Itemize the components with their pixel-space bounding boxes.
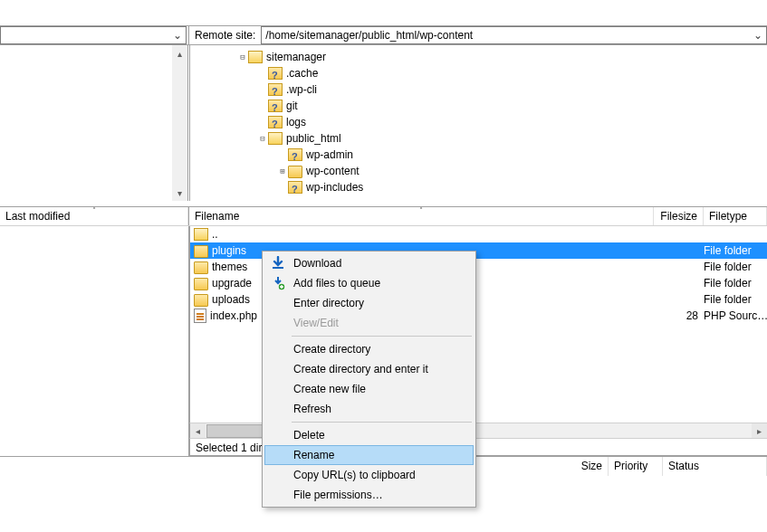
php-icon <box>194 309 206 323</box>
menu-separator <box>292 422 472 423</box>
tree-item[interactable]: logs <box>194 114 767 130</box>
menu-separator <box>292 336 472 337</box>
folder-open-icon <box>268 132 283 145</box>
menu-enter-directory[interactable]: Enter directory <box>264 293 474 313</box>
tree-item-label: public_html <box>286 130 341 147</box>
collapse-icon[interactable]: ⊟ <box>237 49 248 65</box>
tree-item-label: wp-admin <box>306 147 353 163</box>
remote-directory-tree[interactable]: ⊟sitemanager.cache.wp-cligitlogs⊟public_… <box>190 45 767 195</box>
local-tree-scrollbar[interactable]: ▴ ▾ <box>172 45 188 201</box>
scroll-right-icon[interactable]: ▸ <box>752 423 767 439</box>
tree-item-label: .wp-cli <box>286 81 317 98</box>
tree-item-label: logs <box>286 114 306 130</box>
list-column-headers: Last modified ˄ Filename ˄ Filesize File… <box>0 206 767 226</box>
sort-asc-icon: ˄ <box>92 206 96 214</box>
file-name: .. <box>212 228 654 241</box>
folder-icon <box>194 245 208 258</box>
folder-open-icon <box>194 228 208 241</box>
queue-col-status[interactable]: Status <box>663 457 767 476</box>
tree-item[interactable]: wp-admin <box>194 147 767 163</box>
menu-add-to-queue[interactable]: Add files to queue <box>264 273 474 293</box>
folder-q-icon <box>268 100 283 112</box>
scroll-left-icon[interactable]: ◂ <box>190 423 206 439</box>
expand-icon[interactable]: ⊞ <box>277 163 288 179</box>
menu-refresh[interactable]: Refresh <box>264 399 474 419</box>
file-type: File folder <box>704 244 767 257</box>
add-queue-icon <box>270 275 286 291</box>
file-size: 28 <box>654 309 704 322</box>
tree-item[interactable]: wp-includes <box>194 179 767 195</box>
tree-item-label: sitemanager <box>266 49 326 65</box>
column-filename[interactable]: Filename ˄ <box>189 207 654 225</box>
column-filetype[interactable]: Filetype <box>704 207 767 225</box>
local-site-combo[interactable]: ⌄ <box>0 26 187 44</box>
folder-icon <box>288 166 302 178</box>
menu-file-permissions[interactable]: File permissions… <box>264 485 474 505</box>
remote-tree-pane: ⊟sitemanager.cache.wp-cligitlogs⊟public_… <box>189 45 767 201</box>
chevron-down-icon: ⌄ <box>169 27 186 43</box>
context-menu: Download Add files to queue Enter direct… <box>262 251 476 508</box>
collapse-icon[interactable]: ⊟ <box>257 130 268 147</box>
menu-rename[interactable]: Rename <box>264 445 474 465</box>
scroll-down-icon[interactable]: ▾ <box>172 185 187 201</box>
tree-item-label: wp-includes <box>306 179 363 195</box>
address-bar: ⌄ Remote site: /home/sitemanager/public_… <box>0 25 767 45</box>
tree-item[interactable]: ⊟public_html <box>194 130 767 147</box>
folder-q-icon <box>288 181 302 194</box>
tree-item[interactable]: ⊞wp-content <box>194 163 767 179</box>
remote-path-value: /home/sitemanager/public_html/wp-content <box>265 29 473 42</box>
folder-icon <box>194 294 208 307</box>
tree-item-label: .cache <box>286 65 318 81</box>
scroll-track[interactable] <box>172 62 187 185</box>
folder-q-icon <box>268 67 283 80</box>
menu-download[interactable]: Download <box>264 253 474 273</box>
menu-create-directory[interactable]: Create directory <box>264 339 474 359</box>
tree-item[interactable]: git <box>194 98 767 114</box>
menu-delete[interactable]: Delete <box>264 425 474 445</box>
menu-create-directory-enter[interactable]: Create directory and enter it <box>264 359 474 379</box>
folder-open-icon <box>248 51 263 63</box>
folder-q-icon <box>268 83 283 96</box>
remote-site-cell: Remote site: /home/sitemanager/public_ht… <box>189 26 767 44</box>
menu-copy-urls[interactable]: Copy URL(s) to clipboard <box>264 465 474 485</box>
menu-view-edit: View/Edit <box>264 313 474 333</box>
folder-icon <box>194 261 208 274</box>
folder-icon <box>194 278 208 290</box>
file-row[interactable]: .. <box>190 226 767 242</box>
scroll-up-icon[interactable]: ▴ <box>172 45 187 62</box>
sort-asc-icon: ˄ <box>419 206 423 214</box>
download-icon <box>270 255 286 271</box>
column-filesize[interactable]: Filesize <box>654 207 704 225</box>
queue-col-size[interactable]: Size <box>554 457 609 476</box>
chevron-down-icon: ⌄ <box>750 27 766 43</box>
file-type: PHP Sourc… <box>704 309 767 322</box>
remote-site-label: Remote site: <box>195 29 255 42</box>
queue-col-priority[interactable]: Priority <box>609 457 663 476</box>
local-file-list[interactable] <box>0 226 189 456</box>
file-type: File folder <box>704 261 767 273</box>
folder-q-icon <box>288 148 302 161</box>
remote-path-combo[interactable]: /home/sitemanager/public_html/wp-content… <box>261 26 767 44</box>
svg-rect-0 <box>273 267 283 269</box>
tree-item-label: git <box>286 98 298 114</box>
tree-item-label: wp-content <box>306 163 360 179</box>
tree-item[interactable]: .wp-cli <box>194 81 767 98</box>
tree-item[interactable]: ⊟sitemanager <box>194 49 767 65</box>
file-type: File folder <box>704 277 767 290</box>
menu-create-file[interactable]: Create new file <box>264 379 474 399</box>
column-last-modified[interactable]: Last modified ˄ <box>0 207 188 225</box>
file-type: File folder <box>704 293 767 306</box>
tree-item[interactable]: .cache <box>194 65 767 81</box>
local-site-cell: ⌄ <box>0 26 189 44</box>
folder-q-icon <box>268 116 283 128</box>
